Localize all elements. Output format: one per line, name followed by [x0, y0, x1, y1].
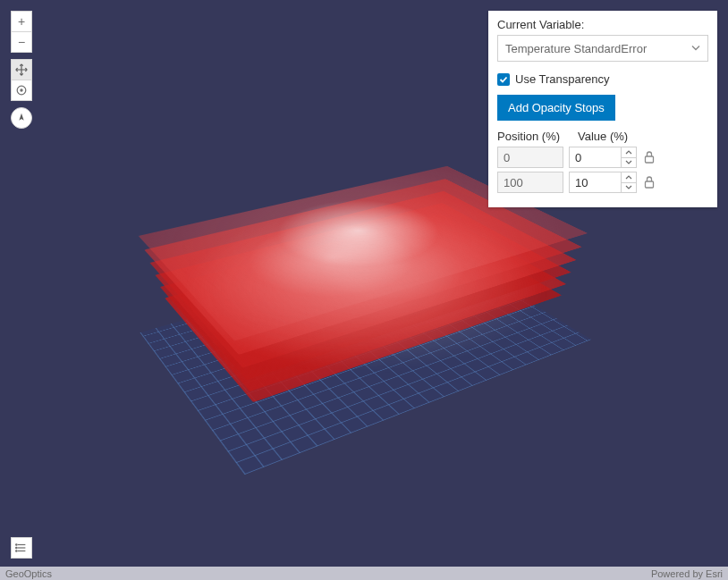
legend-icon: [15, 542, 28, 554]
svg-point-6: [16, 544, 17, 545]
use-transparency-checkbox[interactable]: [497, 73, 510, 86]
voxel-haze: [181, 209, 547, 370]
compass-button[interactable]: [11, 107, 32, 129]
current-variable-label: Current Variable:: [497, 18, 708, 31]
voxel-scene: [176, 197, 552, 429]
lock-icon: [643, 150, 656, 164]
opacity-stop-row: [497, 147, 708, 168]
step-up-icon[interactable]: [622, 172, 636, 183]
lock-button[interactable]: [642, 150, 656, 164]
svg-rect-9: [646, 156, 654, 163]
svg-marker-2: [19, 113, 23, 121]
current-variable-select[interactable]: Temperature StandardError: [497, 35, 708, 62]
use-transparency-label: Use Transparency: [515, 72, 610, 86]
compass-icon: [15, 112, 28, 124]
step-down-icon[interactable]: [622, 158, 636, 168]
svg-point-1: [21, 89, 22, 91]
add-opacity-stops-button[interactable]: Add Opacity Stops: [497, 95, 615, 121]
scene-viewport[interactable]: + −: [0, 0, 728, 580]
value-input[interactable]: [569, 172, 621, 193]
position-header: Position (%): [497, 130, 578, 143]
value-stepper[interactable]: [621, 172, 637, 193]
check-icon: [499, 75, 508, 84]
position-input[interactable]: [497, 147, 563, 168]
attribution-left: GeoOptics: [5, 568, 52, 579]
lock-icon: [643, 175, 656, 189]
variable-panel: Current Variable: Temperature StandardEr…: [488, 11, 717, 207]
lock-button[interactable]: [642, 175, 656, 189]
step-down-icon[interactable]: [622, 183, 636, 193]
voxel-volume: [165, 224, 562, 401]
svg-rect-10: [646, 181, 654, 188]
current-variable-value: Temperature StandardError: [505, 42, 647, 55]
value-input[interactable]: [569, 147, 621, 168]
value-header: Value (%): [578, 130, 658, 143]
navigation-toolbar: + −: [11, 11, 32, 129]
opacity-stop-row: [497, 172, 708, 193]
zoom-in-button[interactable]: +: [11, 11, 32, 32]
value-stepper[interactable]: [621, 147, 637, 168]
position-input[interactable]: [497, 172, 563, 193]
svg-point-8: [16, 551, 17, 551]
minus-icon: −: [18, 35, 25, 49]
pan-icon: [15, 63, 28, 76]
plus-icon: +: [18, 14, 25, 29]
rotate-icon: [15, 84, 28, 97]
attribution-right[interactable]: Powered by Esri: [651, 568, 723, 579]
rotate-button[interactable]: [11, 80, 32, 101]
svg-point-7: [16, 547, 17, 548]
attribution-bar: GeoOptics Powered by Esri: [0, 567, 728, 580]
zoom-out-button[interactable]: −: [11, 31, 32, 53]
legend-toggle-button[interactable]: [11, 537, 32, 559]
chevron-down-icon: [691, 42, 700, 55]
pan-button[interactable]: [11, 59, 32, 80]
ground-grid: [140, 248, 592, 475]
step-up-icon[interactable]: [622, 147, 636, 158]
